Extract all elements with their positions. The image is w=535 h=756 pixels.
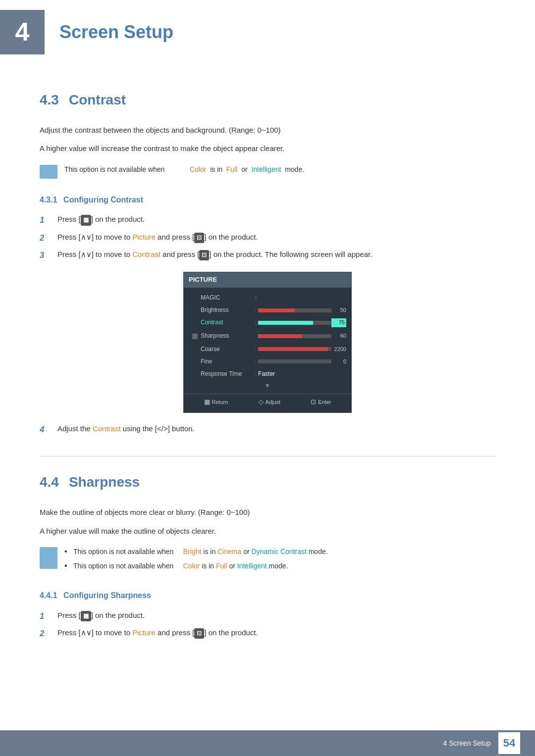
step-431-1: 1 Press [▦] on the product. [40, 213, 495, 227]
menu-row-response: Response Time : Faster [189, 368, 346, 380]
steps-441: 1 Press [▦] on the product. 2 Press [∧∨]… [40, 609, 495, 640]
section-44-num: 4.4 [40, 471, 59, 494]
page-footer: 4 Screen Setup 54 [0, 730, 535, 756]
step-431-3: 3 Press [∧∨] to move to Contrast and pre… [40, 249, 495, 262]
bullet-list: • This option is not available when Brig… [64, 546, 328, 574]
section-43-num: 4.3 [40, 89, 59, 111]
menu-row-brightness: Brightness : 50 [189, 304, 346, 316]
main-content: 4.3 Contrast Adjust the contrast between… [0, 69, 535, 687]
subsection-431-header: 4.3.1 Configuring Contrast [40, 194, 495, 206]
section-44-para2: A higher value will make the outline of … [40, 525, 495, 538]
section-43-note-text: This option is not available when Color … [64, 164, 304, 175]
subsection-441-header: 4.4.1 Configuring Sharpness [40, 589, 495, 602]
section-44-para1: Make the outline of objects more clear o… [40, 506, 495, 519]
menu-row-coarse: Coarse : 2200 [189, 343, 346, 355]
chapter-title: Screen Setup [54, 18, 173, 47]
subsection-441-title: Configuring Sharpness [63, 591, 151, 600]
step-431-4: 4 Adjust the Contrast using the [</>] bu… [40, 423, 495, 436]
steps-431: 1 Press [▦] on the product. 2 Press [∧∨]… [40, 213, 495, 262]
step-441-1: 1 Press [▦] on the product. [40, 609, 495, 623]
menu-footer: ▦ Return ◇ Adjust ⊡ Enter [184, 394, 351, 408]
chapter-num: 4 [15, 11, 30, 52]
footer-text: 4 Screen Setup [443, 738, 491, 749]
bullet-note-icon [40, 547, 57, 569]
subsection-441-num: 4.4.1 [40, 591, 57, 600]
section-44-notes: • This option is not available when Brig… [40, 546, 495, 574]
subsection-431-title: Configuring Contrast [63, 196, 143, 204]
monitor-menu: PICTURE MAGIC : Brightness : [183, 272, 352, 413]
section-43-header: 4.3 Contrast [40, 89, 495, 111]
note-icon [40, 165, 57, 179]
section-43-para1: Adjust the contrast between the objects … [40, 124, 495, 137]
bullet-item-1: • This option is not available when Brig… [64, 546, 328, 557]
bullet-item-2: • This option is not available when Colo… [64, 560, 328, 571]
menu-row-magic: MAGIC : [189, 292, 346, 304]
section-43-note: This option is not available when Color … [40, 164, 495, 179]
step-441-2: 2 Press [∧∨] to move to Picture and pres… [40, 627, 495, 640]
monitor-menu-wrapper: PICTURE MAGIC : Brightness : [40, 272, 495, 413]
section-43-title: Contrast [69, 89, 126, 111]
section-divider [40, 456, 495, 456]
page-header: 4 Screen Setup [0, 0, 535, 69]
footer-page-num: 54 [498, 732, 520, 754]
menu-row-contrast: Contrast : 75 [189, 316, 346, 329]
section-44-title: Sharpness [69, 471, 140, 494]
chapter-number-block: 4 [0, 10, 45, 54]
section-43-para2: A higher value will increase the contras… [40, 142, 495, 155]
menu-row-fine: Fine : 0 [189, 355, 346, 368]
subsection-431-num: 4.3.1 [40, 196, 57, 204]
section-44-header: 4.4 Sharpness [40, 471, 495, 494]
step-431-2: 2 Press [∧∨] to move to Picture and pres… [40, 231, 495, 245]
menu-row-sharpness: ▦ Sharpness : 60 [189, 329, 346, 343]
menu-title-bar: PICTURE [184, 272, 351, 288]
menu-items: MAGIC : Brightness : 50 [184, 292, 351, 392]
